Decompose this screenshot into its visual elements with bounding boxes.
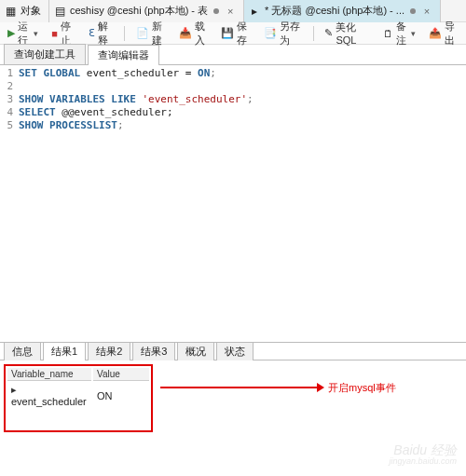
notes-label: 备注 [396, 20, 409, 48]
load-label: 载入 [195, 20, 209, 48]
close-icon[interactable]: × [225, 6, 236, 17]
save-button[interactable]: 💾 保存 [219, 19, 253, 48]
col-value[interactable]: Value [93, 368, 149, 381]
annotation-arrow [160, 387, 319, 388]
save-as-button[interactable]: 📑 另存为 [262, 19, 304, 48]
table-header-row: Variable_name Value [7, 368, 149, 381]
watermark-main: Baidu 经验 [393, 442, 457, 457]
beautify-button[interactable]: ✎ 美化 SQL [322, 20, 371, 47]
explain-label: 解释 [98, 20, 113, 48]
play-icon: ▶ [7, 27, 15, 39]
annotation-text: 开启mysql事件 [328, 381, 396, 395]
table-row[interactable] [7, 410, 149, 428]
save-as-label: 另存为 [280, 20, 302, 48]
line-number: 5 [0, 119, 19, 132]
new-button[interactable]: 📄 新建 [134, 19, 168, 48]
notes-button[interactable]: 🗒 备注 ▾ [381, 19, 418, 48]
tab-result-2[interactable]: 结果2 [88, 342, 130, 360]
query-icon: ▸ [248, 5, 261, 18]
new-label: 新建 [152, 20, 166, 48]
save-label: 保存 [237, 20, 251, 48]
table-row[interactable]: ▸event_scheduler ON [7, 383, 149, 408]
watermark: Baidu 经验 jingyan.baidu.com [389, 443, 457, 467]
new-icon: 📄 [136, 27, 149, 39]
tab-query-builder[interactable]: 查询创建工具 [4, 44, 86, 64]
tab-result-1[interactable]: 结果1 [43, 342, 86, 360]
load-button[interactable]: 📥 载入 [177, 19, 211, 48]
tab-info[interactable]: 信息 [4, 342, 41, 360]
run-label: 运行 [18, 20, 31, 48]
export-label: 导出 [445, 20, 459, 48]
tab-table-label: ceshisy @ceshi (php本地) - 表 [70, 4, 208, 18]
dirty-dot-icon [213, 8, 219, 14]
toolbar-divider [124, 26, 125, 41]
result-grid[interactable]: Variable_name Value ▸event_scheduler ON [4, 364, 153, 432]
cell-variable-name: event_scheduler [11, 396, 87, 407]
tab-profile[interactable]: 概况 [177, 342, 214, 360]
explain-icon: ℇ [89, 27, 95, 39]
load-icon: 📥 [179, 27, 192, 39]
save-icon: 💾 [221, 27, 234, 39]
tab-query-label: * 无标题 @ceshi (php本地) - ... [265, 4, 404, 18]
notes-icon: 🗒 [383, 28, 393, 39]
export-icon: 📤 [429, 27, 442, 39]
stop-icon: ■ [51, 28, 58, 39]
tab-status[interactable]: 状态 [216, 342, 254, 360]
chevron-down-icon: ▾ [34, 29, 38, 38]
line-number: 3 [0, 93, 19, 106]
stop-label: 停止 [61, 20, 75, 48]
objects-icon: ▦ [4, 5, 17, 18]
table-icon: ▤ [53, 5, 66, 18]
line-number: 2 [0, 80, 19, 93]
col-variable-name[interactable]: Variable_name [7, 368, 91, 381]
toolbar-divider [313, 26, 314, 41]
tab-objects-label: 对象 [21, 4, 41, 18]
arrow-head-icon [317, 383, 324, 392]
cell-value: ON [93, 383, 149, 408]
export-button[interactable]: 📤 导出 [427, 19, 460, 48]
line-number: 1 [0, 67, 19, 80]
save-as-icon: 📑 [264, 27, 277, 39]
dirty-dot-icon [410, 8, 416, 14]
explain-button[interactable]: ℇ 解释 [87, 19, 115, 48]
line-number: 4 [0, 106, 19, 119]
tab-result-3[interactable]: 结果3 [132, 342, 175, 360]
current-row-icon: ▸ [11, 384, 19, 396]
sql-editor[interactable]: 1SET GLOBAL event_scheduler = ON; 2 3SHO… [0, 65, 466, 342]
chevron-down-icon: ▾ [411, 29, 416, 38]
watermark-sub: jingyan.baidu.com [389, 457, 457, 467]
tab-query-editor[interactable]: 查询编辑器 [88, 45, 159, 65]
beautify-icon: ✎ [324, 27, 333, 39]
beautify-label: 美化 SQL [336, 20, 369, 46]
close-icon[interactable]: × [421, 6, 432, 17]
